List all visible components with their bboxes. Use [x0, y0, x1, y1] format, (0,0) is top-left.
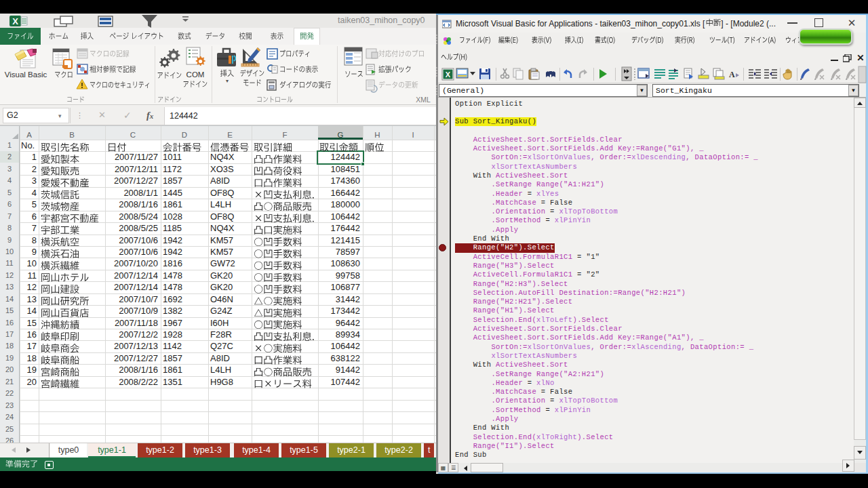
svg-text:A: A	[729, 70, 735, 79]
svg-text:X: X	[12, 16, 18, 26]
svg-text:X: X	[446, 70, 451, 79]
